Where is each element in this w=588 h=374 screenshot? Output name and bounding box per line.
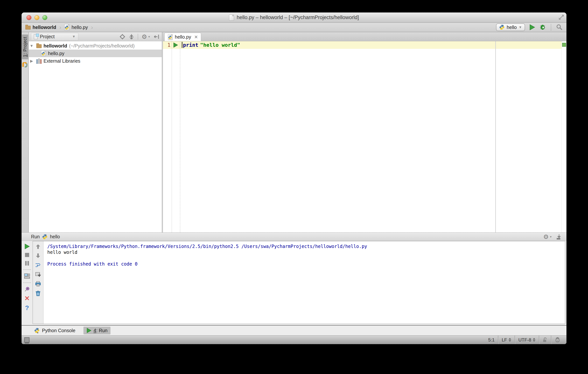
document-icon [229, 15, 234, 21]
tree-row-external-libraries[interactable]: ▶ External Libraries [29, 57, 162, 65]
tree-root-name: helloworld [43, 43, 67, 49]
status-bar: 5:1 LF UTF-8 [21, 335, 567, 344]
tool-window-tab-project[interactable]: 1: Project [22, 34, 28, 59]
resize-grip-icon[interactable] [558, 14, 565, 21]
run-panel-header: Run hello ⚙▼ [21, 233, 567, 241]
python-file-icon [168, 34, 173, 40]
python-file-icon [41, 51, 46, 56]
tree-file-name: hello.py [48, 51, 64, 56]
code-string: "hello world" [200, 42, 240, 48]
toolbar-separator [23, 269, 31, 270]
right-margin-guide [495, 41, 496, 232]
encoding-select[interactable]: UTF-8 [514, 336, 539, 344]
run-panel-title: Run [31, 234, 40, 239]
code-editor[interactable]: 1 print"hello world" [163, 41, 567, 232]
tree-row-file-selected[interactable]: hello.py [29, 50, 162, 57]
debug-button[interactable] [539, 24, 546, 31]
traffic-lights [26, 15, 47, 20]
close-window-button[interactable] [26, 15, 32, 20]
restore-layout-button[interactable] [24, 273, 30, 279]
chevron-right-icon: › [91, 24, 93, 31]
pause-output-button[interactable] [25, 261, 30, 266]
text-caret [182, 42, 182, 48]
python-icon [499, 24, 505, 30]
run-configuration-select[interactable]: hello ▼ [496, 23, 525, 31]
chevron-right-icon: › [59, 24, 61, 31]
tab-label: hello.py [175, 34, 191, 40]
project-view-select[interactable]: Project ▼ [31, 33, 78, 41]
settings-gear-icon[interactable]: ⚙▼ [142, 34, 150, 40]
run-tool-window: Run hello ⚙▼ ✕ ? [21, 232, 567, 325]
prev-trace-button[interactable] [36, 244, 41, 249]
scroll-to-end-button[interactable] [35, 272, 41, 277]
run-panel-content: ✕ ? /System/Library/Frameworks/Python.fr… [21, 241, 567, 325]
print-button[interactable] [35, 281, 41, 287]
close-tab-icon[interactable]: ✕ [194, 34, 198, 40]
console-line: /System/Library/Frameworks/Python.framew… [47, 244, 561, 249]
title-bar[interactable]: hello.py – helloworld – [~/PycharmProjec… [21, 12, 567, 23]
console-line: Process finished with exit code 0 [47, 261, 561, 267]
run-button[interactable] [529, 24, 535, 31]
hide-panel-icon[interactable] [154, 34, 159, 40]
gutter-separator [180, 41, 180, 232]
libraries-icon [36, 58, 42, 64]
code-line-1: print"hello world" [182, 42, 240, 48]
toolbar-separator [138, 34, 138, 40]
dock-pin-icon[interactable] [556, 234, 562, 240]
breadcrumb-project[interactable]: helloworld [32, 25, 56, 30]
sorter-icon [509, 338, 511, 342]
help-button[interactable]: ? [25, 305, 29, 311]
project-view-label: Project [40, 34, 55, 39]
pycharm-window: hello.py – helloworld – [~/PycharmProjec… [21, 12, 567, 344]
locate-file-icon[interactable] [120, 34, 125, 40]
console-line: hello world [47, 249, 561, 255]
zoom-window-button[interactable] [42, 15, 47, 20]
desktop: hello.py – helloworld – [~/PycharmProjec… [0, 0, 588, 374]
minimize-window-button[interactable] [34, 15, 39, 20]
console-frame: /System/Library/Frameworks/Python.framew… [32, 241, 565, 324]
gutter-run-icon[interactable] [173, 43, 178, 48]
pycharm-project-icon [22, 62, 28, 68]
gutter-separator [172, 41, 172, 232]
toggle-tool-window-stripes-icon[interactable] [24, 337, 30, 342]
python-console-icon [34, 328, 40, 333]
search-icon[interactable] [556, 24, 563, 31]
clear-console-button[interactable] [35, 290, 41, 296]
settings-gear-icon[interactable]: ⚙▼ [543, 234, 552, 240]
pin-tab-button[interactable] [24, 286, 30, 292]
main-area: 1: Project Project ▼ ⚙▼ [21, 32, 567, 232]
chevron-down-icon: ▼ [519, 25, 522, 29]
run-tab-button[interactable]: 4: Run [84, 327, 111, 334]
tree-collapse-icon[interactable]: ▶ [29, 59, 34, 63]
editor-area: hello.py ✕ 1 print"hello world" [163, 32, 567, 232]
editor-tab-hello-py[interactable]: hello.py ✕ [164, 33, 201, 41]
rerun-button[interactable] [24, 244, 30, 249]
caret-position[interactable]: 5:1 [485, 336, 498, 344]
stop-button[interactable] [24, 252, 30, 257]
tree-expand-icon[interactable]: ▼ [29, 44, 34, 48]
console-line [47, 255, 561, 261]
line-number: 1 [163, 42, 170, 48]
tree-row-root[interactable]: ▼ helloworld (~/PycharmProjects/hellowor… [29, 42, 162, 50]
left-tool-stripe: 1: Project [21, 32, 29, 232]
toolbar-separator [23, 282, 31, 283]
hector-inspections-icon[interactable] [551, 336, 564, 344]
window-title: hello.py – helloworld – [~/PycharmProjec… [237, 15, 359, 21]
project-tree: ▼ helloworld (~/PycharmProjects/hellowor… [29, 41, 162, 232]
python-console-label: Python Console [42, 328, 75, 333]
soft-wrap-button[interactable] [35, 262, 41, 268]
line-separator-select[interactable]: LF [498, 336, 514, 344]
close-panel-button[interactable]: ✕ [24, 295, 30, 301]
project-panel: Project ▼ ⚙▼ ▼ helloworld (~/PycharmProj… [29, 32, 162, 232]
editor-tab-bar: hello.py ✕ [163, 32, 567, 41]
next-trace-button[interactable] [36, 253, 41, 258]
python-console-button[interactable]: Python Console [31, 327, 79, 334]
console-output[interactable]: /System/Library/Frameworks/Python.framew… [43, 241, 565, 324]
python-icon [42, 234, 48, 240]
project-panel-header: Project ▼ ⚙▼ [29, 32, 162, 41]
collapse-all-icon[interactable] [129, 34, 134, 40]
lock-icon[interactable] [539, 336, 551, 344]
breadcrumb-file[interactable]: hello.py [72, 25, 88, 30]
error-stripe[interactable] [562, 41, 567, 232]
project-view-icon [34, 34, 38, 39]
